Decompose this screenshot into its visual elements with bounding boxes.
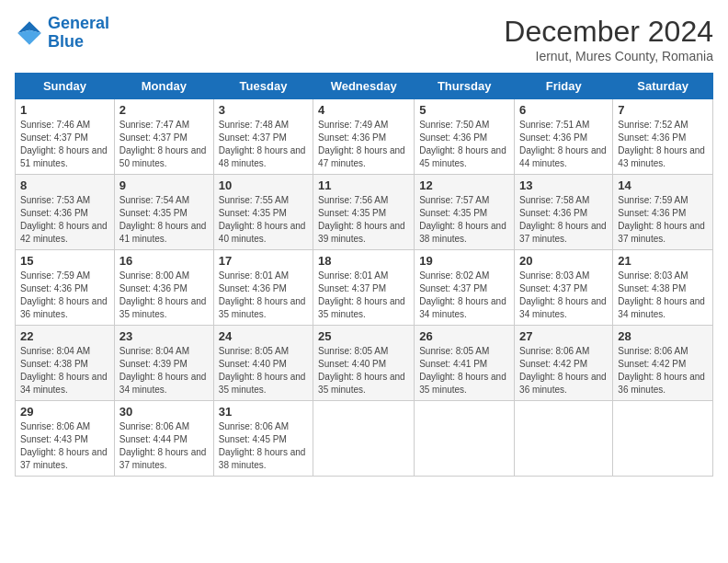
day-detail: Sunrise: 8:01 AMSunset: 4:36 PMDaylight:…: [219, 270, 308, 321]
day-detail: Sunrise: 7:56 AMSunset: 4:35 PMDaylight:…: [318, 194, 409, 246]
calendar-cell: 12Sunrise: 7:57 AMSunset: 4:35 PMDayligh…: [415, 175, 515, 250]
day-number: 5: [419, 103, 509, 117]
day-detail: Sunrise: 7:46 AMSunset: 4:37 PMDaylight:…: [20, 119, 109, 170]
day-number: 13: [519, 178, 608, 192]
calendar-cell: 29Sunrise: 8:06 AMSunset: 4:43 PMDayligh…: [16, 401, 115, 477]
day-detail: Sunrise: 7:57 AMSunset: 4:35 PMDaylight:…: [419, 194, 509, 246]
day-number: 25: [318, 329, 409, 343]
logo-icon: [15, 18, 44, 48]
header-friday: Friday: [515, 74, 613, 99]
day-number: 29: [20, 405, 109, 419]
calendar-cell: [313, 401, 415, 477]
day-detail: Sunrise: 7:59 AMSunset: 4:36 PMDaylight:…: [20, 270, 109, 321]
day-number: 31: [219, 405, 308, 419]
day-detail: Sunrise: 7:53 AMSunset: 4:36 PMDaylight:…: [20, 194, 109, 246]
day-number: 8: [20, 178, 109, 192]
calendar-cell: 28Sunrise: 8:06 AMSunset: 4:42 PMDayligh…: [613, 326, 713, 401]
day-number: 20: [519, 254, 608, 268]
calendar-cell: 11Sunrise: 7:56 AMSunset: 4:35 PMDayligh…: [313, 175, 415, 250]
day-number: 22: [20, 329, 109, 343]
calendar-cell: 25Sunrise: 8:05 AMSunset: 4:40 PMDayligh…: [313, 326, 415, 401]
svg-marker-1: [17, 30, 41, 45]
calendar-cell: 26Sunrise: 8:05 AMSunset: 4:41 PMDayligh…: [415, 326, 515, 401]
header-wednesday: Wednesday: [313, 74, 415, 99]
week-row-4: 22Sunrise: 8:04 AMSunset: 4:38 PMDayligh…: [16, 326, 713, 401]
day-number: 28: [618, 329, 708, 343]
calendar-cell: 22Sunrise: 8:04 AMSunset: 4:38 PMDayligh…: [16, 326, 115, 401]
day-number: 17: [219, 254, 308, 268]
day-detail: Sunrise: 8:05 AMSunset: 4:41 PMDaylight:…: [419, 345, 509, 396]
day-detail: Sunrise: 8:01 AMSunset: 4:37 PMDaylight:…: [318, 270, 409, 321]
calendar-cell: 2Sunrise: 7:47 AMSunset: 4:37 PMDaylight…: [114, 99, 213, 175]
day-number: 9: [119, 178, 209, 192]
logo-line2: Blue: [48, 32, 84, 51]
header-row: Sunday Monday Tuesday Wednesday Thursday…: [16, 74, 713, 99]
calendar-cell: 17Sunrise: 8:01 AMSunset: 4:36 PMDayligh…: [213, 250, 313, 326]
day-detail: Sunrise: 8:05 AMSunset: 4:40 PMDaylight:…: [219, 345, 308, 396]
calendar-cell: 5Sunrise: 7:50 AMSunset: 4:36 PMDaylight…: [415, 99, 515, 175]
day-detail: Sunrise: 8:00 AMSunset: 4:36 PMDaylight:…: [119, 270, 209, 321]
calendar-cell: 10Sunrise: 7:55 AMSunset: 4:35 PMDayligh…: [213, 175, 313, 250]
week-row-5: 29Sunrise: 8:06 AMSunset: 4:43 PMDayligh…: [16, 401, 713, 477]
week-row-1: 1Sunrise: 7:46 AMSunset: 4:37 PMDaylight…: [16, 99, 713, 175]
day-number: 6: [519, 103, 608, 117]
day-detail: Sunrise: 8:06 AMSunset: 4:42 PMDaylight:…: [519, 345, 608, 396]
calendar-cell: 1Sunrise: 7:46 AMSunset: 4:37 PMDaylight…: [16, 99, 115, 175]
day-number: 2: [119, 103, 209, 117]
day-detail: Sunrise: 8:04 AMSunset: 4:39 PMDaylight:…: [119, 345, 209, 396]
header-saturday: Saturday: [613, 74, 713, 99]
calendar-cell: 14Sunrise: 7:59 AMSunset: 4:36 PMDayligh…: [613, 175, 713, 250]
day-number: 12: [419, 178, 509, 192]
calendar-cell: 8Sunrise: 7:53 AMSunset: 4:36 PMDaylight…: [16, 175, 115, 250]
calendar-cell: 15Sunrise: 7:59 AMSunset: 4:36 PMDayligh…: [16, 250, 115, 326]
calendar-cell: 4Sunrise: 7:49 AMSunset: 4:36 PMDaylight…: [313, 99, 415, 175]
title-area: December 2024 Iernut, Mures County, Roma…: [504, 15, 713, 63]
logo: General Blue: [15, 15, 109, 52]
day-number: 7: [618, 103, 708, 117]
calendar-cell: [613, 401, 713, 477]
day-number: 3: [219, 103, 308, 117]
calendar-cell: 23Sunrise: 8:04 AMSunset: 4:39 PMDayligh…: [114, 326, 213, 401]
day-number: 14: [618, 178, 708, 192]
day-number: 26: [419, 329, 509, 343]
day-number: 11: [318, 178, 409, 192]
logo-line1: General: [48, 14, 109, 32]
header-thursday: Thursday: [415, 74, 515, 99]
day-number: 23: [119, 329, 209, 343]
calendar-cell: 19Sunrise: 8:02 AMSunset: 4:37 PMDayligh…: [415, 250, 515, 326]
day-number: 4: [318, 103, 409, 117]
day-detail: Sunrise: 8:06 AMSunset: 4:42 PMDaylight:…: [618, 345, 708, 396]
calendar-body: 1Sunrise: 7:46 AMSunset: 4:37 PMDaylight…: [16, 99, 713, 477]
day-detail: Sunrise: 7:55 AMSunset: 4:35 PMDaylight:…: [219, 194, 308, 246]
calendar-cell: 30Sunrise: 8:06 AMSunset: 4:44 PMDayligh…: [114, 401, 213, 477]
calendar-cell: [515, 401, 613, 477]
day-detail: Sunrise: 7:49 AMSunset: 4:36 PMDaylight:…: [318, 119, 409, 170]
calendar-cell: 20Sunrise: 8:03 AMSunset: 4:37 PMDayligh…: [515, 250, 613, 326]
calendar-cell: 16Sunrise: 8:00 AMSunset: 4:36 PMDayligh…: [114, 250, 213, 326]
header-monday: Monday: [114, 74, 213, 99]
day-number: 30: [119, 405, 209, 419]
day-detail: Sunrise: 7:54 AMSunset: 4:35 PMDaylight:…: [119, 194, 209, 246]
month-title: December 2024: [504, 15, 713, 49]
calendar-cell: 24Sunrise: 8:05 AMSunset: 4:40 PMDayligh…: [213, 326, 313, 401]
day-number: 18: [318, 254, 409, 268]
day-detail: Sunrise: 7:51 AMSunset: 4:36 PMDaylight:…: [519, 119, 608, 170]
day-detail: Sunrise: 7:47 AMSunset: 4:37 PMDaylight:…: [119, 119, 209, 170]
calendar-cell: 13Sunrise: 7:58 AMSunset: 4:36 PMDayligh…: [515, 175, 613, 250]
day-number: 1: [20, 103, 109, 117]
day-detail: Sunrise: 8:02 AMSunset: 4:37 PMDaylight:…: [419, 270, 509, 321]
location-title: Iernut, Mures County, Romania: [504, 49, 713, 63]
day-detail: Sunrise: 7:48 AMSunset: 4:37 PMDaylight:…: [219, 119, 308, 170]
calendar-header: Sunday Monday Tuesday Wednesday Thursday…: [16, 74, 713, 99]
day-detail: Sunrise: 8:06 AMSunset: 4:45 PMDaylight:…: [219, 420, 308, 472]
calendar-cell: 27Sunrise: 8:06 AMSunset: 4:42 PMDayligh…: [515, 326, 613, 401]
calendar-cell: 9Sunrise: 7:54 AMSunset: 4:35 PMDaylight…: [114, 175, 213, 250]
calendar-cell: 7Sunrise: 7:52 AMSunset: 4:36 PMDaylight…: [613, 99, 713, 175]
page-header: General Blue December 2024 Iernut, Mures…: [15, 15, 713, 63]
day-detail: Sunrise: 8:05 AMSunset: 4:40 PMDaylight:…: [318, 345, 409, 396]
calendar-cell: 3Sunrise: 7:48 AMSunset: 4:37 PMDaylight…: [213, 99, 313, 175]
calendar-cell: [415, 401, 515, 477]
day-number: 15: [20, 254, 109, 268]
header-sunday: Sunday: [16, 74, 115, 99]
calendar-cell: 6Sunrise: 7:51 AMSunset: 4:36 PMDaylight…: [515, 99, 613, 175]
